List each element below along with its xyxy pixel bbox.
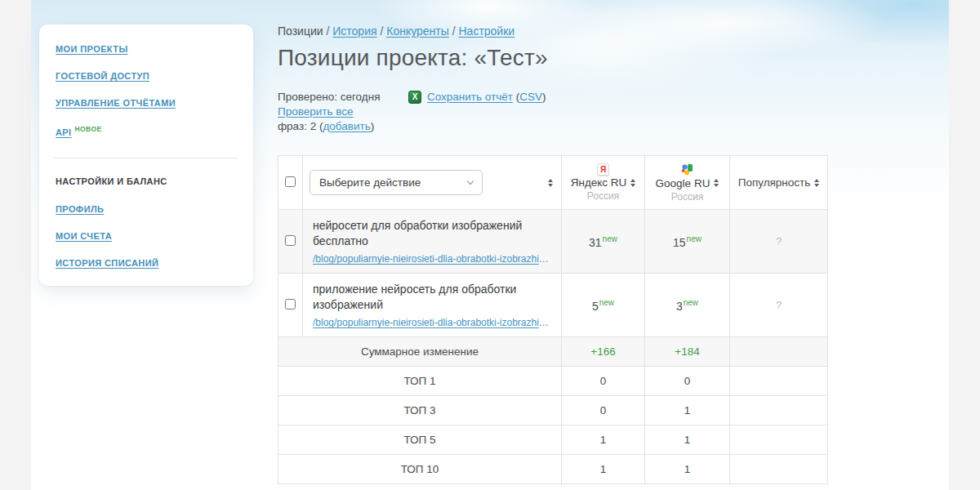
summary-label: ТОП 3 — [278, 396, 562, 425]
action-header-cell: Выберите действие — [303, 156, 562, 210]
add-phrase-link[interactable]: добавить — [323, 120, 370, 132]
sort-icon[interactable] — [714, 179, 719, 187]
google-summary-cell: 0 — [645, 367, 730, 396]
summary-row-top10: ТОП 10 1 1 — [278, 455, 828, 484]
popularity-summary-cell — [730, 367, 828, 396]
breadcrumb-link-competitors[interactable]: Конкуренты — [386, 24, 449, 38]
new-position-badge: new — [603, 234, 617, 243]
main-content: Позиции / История / Конкуренты / Настрой… — [278, 24, 829, 484]
table-row: приложение нейросеть для обработки изобр… — [278, 274, 828, 337]
save-report-block: X Сохранить отчёт (CSV) — [408, 90, 546, 105]
popularity-summary-cell — [730, 396, 828, 425]
yandex-summary-cell: 1 — [562, 425, 645, 455]
breadcrumb-link-history[interactable]: История — [332, 24, 376, 38]
sort-icon[interactable] — [630, 179, 635, 187]
summary-label: ТОП 10 — [278, 455, 562, 484]
row-checkbox-cell — [278, 274, 303, 337]
phrase-text: нейросети для обработки изображений бесп… — [313, 218, 551, 249]
phrase-cell: нейросети для обработки изображений бесп… — [303, 210, 562, 274]
google-summary-cell: 1 — [645, 455, 730, 484]
sort-icon[interactable] — [548, 179, 553, 187]
summary-row-top1: ТОП 1 0 0 — [278, 367, 828, 396]
summary-label: Суммарное изменение — [278, 337, 562, 367]
breadcrumb-separator: / — [326, 24, 329, 38]
popularity-cell: ? — [730, 274, 828, 337]
excel-icon: X — [408, 91, 421, 104]
save-report-link[interactable]: Сохранить отчёт — [427, 91, 513, 103]
select-all-cell — [278, 156, 303, 210]
sidebar: МОИ ПРОЕКТЫ ГОСТЕВОЙ ДОСТУП УПРАВЛЕНИЕ О… — [39, 24, 253, 286]
phrase-count: фраз: 2 (добавить) — [278, 119, 829, 134]
breadcrumb: Позиции / История / Конкуренты / Настрой… — [278, 24, 829, 38]
google-icon — [680, 163, 693, 176]
breadcrumb-separator: / — [452, 24, 456, 38]
action-select[interactable]: Выберите действие — [310, 170, 483, 195]
google-summary-cell: +184 — [645, 337, 730, 367]
positions-table: Выберите действие Я Яндекс RU — [278, 155, 828, 484]
column-header-yandex[interactable]: Я Яндекс RU Россия — [562, 156, 645, 210]
report-meta: Проверено: сегодня Проверить все фраз: 2… — [278, 90, 829, 137]
sidebar-item-guest-access[interactable]: ГОСТЕВОЙ ДОСТУП — [56, 71, 237, 81]
popularity-cell: ? — [730, 210, 828, 274]
phrase-count-suffix: ) — [371, 120, 375, 132]
phrase-cell: приложение нейросеть для обработки изобр… — [303, 274, 562, 337]
row-checkbox[interactable] — [285, 235, 296, 246]
google-summary-cell: 1 — [645, 425, 730, 455]
google-summary-cell: 1 — [645, 396, 730, 425]
summary-label: ТОП 5 — [278, 425, 562, 455]
yandex-summary-cell: 0 — [562, 367, 645, 396]
table-row: нейросети для обработки изображений бесп… — [278, 210, 828, 274]
checked-status: Проверено: сегодня — [278, 90, 829, 105]
summary-label: ТОП 1 — [278, 367, 562, 396]
row-checkbox[interactable] — [285, 299, 296, 310]
summary-row-total-change: Суммарное изменение +166 +184 — [278, 337, 828, 367]
phrase-url-link[interactable]: /blog/populiarnyie-nieirosieti-dlia-obra… — [313, 317, 551, 328]
summary-row-top5: ТОП 5 1 1 — [278, 425, 828, 455]
phrase-url-link[interactable]: /blog/populiarnyie-nieirosieti-dlia-obra… — [313, 253, 551, 265]
phrase-text: приложение нейросеть для обработки изобр… — [313, 282, 551, 313]
popularity-column-label: Популярность — [738, 176, 811, 189]
sidebar-item-my-projects[interactable]: МОИ ПРОЕКТЫ — [56, 44, 237, 54]
new-badge: НОВОЕ — [75, 125, 102, 133]
yandex-summary-cell: 1 — [562, 455, 645, 484]
google-position-cell: 15new — [645, 210, 730, 274]
column-header-popularity[interactable]: Популярность — [730, 156, 828, 210]
column-header-google[interactable]: Google RU Россия — [645, 156, 730, 210]
table-header-row: Выберите действие Я Яндекс RU — [278, 156, 828, 210]
page-title: Позиции проекта: «Тест» — [278, 45, 829, 71]
csv-link[interactable]: CSV — [519, 91, 542, 103]
sidebar-item-api[interactable]: APIНОВОЕ — [56, 125, 237, 137]
popularity-summary-cell — [730, 337, 828, 367]
new-position-badge: new — [599, 298, 614, 307]
sidebar-item-profile[interactable]: ПРОФИЛЬ — [56, 204, 237, 214]
new-position-badge: new — [684, 298, 698, 307]
sidebar-divider — [54, 158, 238, 158]
check-all-link[interactable]: Проверить все — [278, 105, 354, 118]
yandex-region-label: Россия — [587, 189, 619, 203]
yandex-summary-cell: 0 — [562, 396, 645, 425]
sidebar-item-report-management[interactable]: УПРАВЛЕНИЕ ОТЧЁТАМИ — [56, 98, 237, 108]
yandex-column-label: Яндекс RU — [571, 176, 627, 189]
google-region-label: Россия — [671, 190, 703, 204]
new-position-badge: new — [687, 234, 702, 243]
popularity-summary-cell — [730, 455, 828, 484]
yandex-position-cell: 5new — [562, 274, 645, 337]
popularity-summary-cell — [730, 425, 828, 455]
google-column-label: Google RU — [656, 176, 710, 190]
google-position-cell: 3new — [645, 274, 730, 337]
sidebar-item-my-accounts[interactable]: МОИ СЧЕТА — [56, 231, 237, 241]
sidebar-item-api-label: API — [56, 127, 72, 137]
select-all-checkbox[interactable] — [285, 176, 296, 187]
yandex-icon: Я — [597, 163, 609, 176]
yandex-summary-cell: +166 — [562, 337, 645, 367]
phrase-count-prefix: фраз: 2 ( — [278, 120, 323, 132]
row-checkbox-cell — [278, 210, 303, 274]
summary-row-top3: ТОП 3 0 1 — [278, 396, 828, 425]
yandex-position-cell: 31new — [562, 210, 645, 274]
sort-icon[interactable] — [814, 179, 819, 187]
breadcrumb-separator: / — [380, 24, 383, 38]
sidebar-item-billing-history[interactable]: ИСТОРИЯ СПИСАНИЙ — [56, 258, 237, 268]
csv-wrap: (CSV) — [516, 91, 546, 103]
breadcrumb-link-settings[interactable]: Настройки — [458, 24, 514, 38]
sidebar-section-settings-balance: НАСТРОЙКИ И БАЛАНС — [56, 176, 237, 186]
